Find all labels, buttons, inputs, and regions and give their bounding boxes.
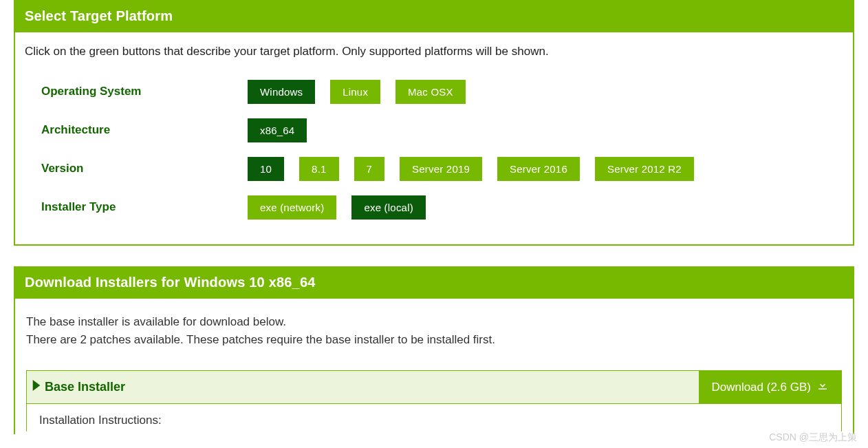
- version-row: Version 10 8.1 7 Server 2019 Server 2016…: [41, 152, 843, 185]
- version-option-server-2016[interactable]: Server 2016: [497, 157, 580, 181]
- download-line-2: There are 2 patches available. These pat…: [26, 333, 842, 347]
- os-label: Operating System: [41, 85, 248, 98]
- os-option-linux[interactable]: Linux: [330, 80, 380, 104]
- version-option-server-2012-r2[interactable]: Server 2012 R2: [595, 157, 694, 181]
- version-label: Version: [41, 162, 248, 175]
- os-option-windows[interactable]: Windows: [248, 80, 315, 104]
- version-option-server-2019[interactable]: Server 2019: [400, 157, 482, 181]
- arch-label: Architecture: [41, 123, 248, 137]
- version-option-7[interactable]: 7: [354, 157, 385, 181]
- version-option-8-1[interactable]: 8.1: [299, 157, 338, 181]
- base-installer-row: Base Installer Download (2.6 GB): [26, 370, 842, 404]
- os-option-macosx[interactable]: Mac OSX: [395, 80, 466, 104]
- installer-type-row: Installer Type exe (network) exe (local): [41, 191, 843, 224]
- installation-instructions-label: Installation Instructions:: [26, 404, 842, 431]
- base-installer-header[interactable]: Base Installer: [27, 371, 699, 403]
- arch-option-x86_64[interactable]: x86_64: [248, 118, 307, 142]
- download-line-1: The base installer is available for down…: [26, 315, 842, 329]
- arch-row: Architecture x86_64: [41, 114, 843, 147]
- download-icon: [816, 379, 829, 395]
- select-target-platform-title: Select Target Platform: [15, 1, 853, 32]
- select-intro-text: Click on the green buttons that describe…: [25, 45, 843, 58]
- download-button-label: Download (2.6 GB): [711, 381, 811, 394]
- os-row: Operating System Windows Linux Mac OSX: [41, 75, 843, 108]
- chevron-right-icon: [32, 380, 41, 394]
- download-installers-title: Download Installers for Windows 10 x86_6…: [15, 268, 853, 299]
- version-option-10[interactable]: 10: [248, 157, 284, 181]
- download-installers-panel: Download Installers for Windows 10 x86_6…: [14, 266, 854, 434]
- select-target-platform-panel: Select Target Platform Click on the gree…: [14, 0, 854, 246]
- base-installer-title: Base Installer: [45, 380, 125, 394]
- installer-type-label: Installer Type: [41, 200, 248, 214]
- installer-option-exe-network[interactable]: exe (network): [248, 195, 336, 220]
- installer-option-exe-local[interactable]: exe (local): [351, 195, 425, 220]
- download-base-installer-button[interactable]: Download (2.6 GB): [699, 371, 841, 403]
